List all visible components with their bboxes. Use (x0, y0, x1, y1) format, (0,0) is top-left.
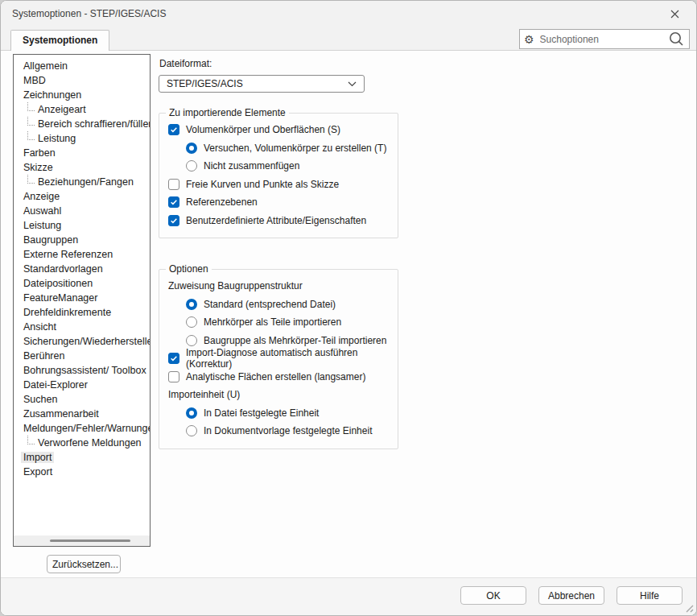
option-text: Zuweisung Baugruppenstruktur (168, 280, 303, 291)
chevron-down-icon (348, 81, 357, 87)
options-category-list[interactable]: AllgemeinMBDZeichnungenAnzeigeartBereich… (13, 54, 151, 547)
option-text: Nicht zusammenfügen (204, 160, 299, 172)
sidebar-item-anzeige[interactable]: Anzeige (14, 189, 150, 204)
ok-button[interactable]: OK (460, 586, 526, 605)
sidebar-item-verworfene-meldungen[interactable]: Verworfene Meldungen (14, 436, 150, 450)
group-title: Zu importierende Elemente (166, 107, 289, 118)
sidebar-item-bereich-schraffieren-füllen[interactable]: Bereich schraffieren/füllen (14, 117, 150, 131)
radio-in-dokumentvorlage-festgelegte-einheit[interactable]: In Dokumentvorlage festgelegte Einheit (164, 422, 398, 440)
checkbox-import-diagnose-automatisch-ausführen-korrektur[interactable]: Import-Diagnose automatisch ausführen (K… (164, 349, 398, 368)
sidebar-item-mbd[interactable]: MBD (14, 73, 150, 88)
sidebar-item-farben[interactable]: Farben (14, 146, 150, 160)
check-icon (170, 217, 178, 225)
search-box[interactable]: ⚙ (519, 29, 690, 49)
sidebar-item-bohrungsassistent-toolbox[interactable]: Bohrungsassistent/ Toolbox (14, 363, 150, 378)
reset-button[interactable]: Zurücksetzen... (47, 555, 121, 573)
sidebar-item-zusammenarbeit[interactable]: Zusammenarbeit (14, 407, 150, 421)
radio-in-datei-festgelegte-einheit[interactable]: In Datei festgelegte Einheit (164, 404, 398, 423)
cancel-button[interactable]: Abbrechen (538, 586, 604, 605)
sidebar-item-allgemein[interactable]: Allgemein (14, 59, 150, 73)
sidebar-item-anzeigeart[interactable]: Anzeigeart (14, 102, 150, 117)
radio-mehrkörper-als-teile-importieren[interactable]: Mehrkörper als Teile importieren (164, 313, 398, 332)
checkbox-freie-kurven-und-punkte-als-skizze[interactable]: Freie Kurven und Punkte als Skizze (164, 176, 398, 194)
sidebar-item-auswahl[interactable]: Auswahl (14, 204, 150, 218)
checkbox-box[interactable] (168, 371, 179, 382)
sidebar-item-zeichnungen[interactable]: Zeichnungen (14, 88, 150, 102)
sidebar-item-ansicht[interactable]: Ansicht (14, 320, 150, 334)
checkbox-volumenkörper-und-oberflächen-s[interactable]: Volumenkörper und Oberflächen (S) (164, 121, 398, 139)
radio-standard-entsprechend-datei[interactable]: Standard (entsprechend Datei) (164, 296, 398, 314)
checkbox-box[interactable] (168, 179, 179, 190)
sidebar-item-label: Verworfene Meldungen (38, 437, 142, 449)
tab-systemoptionen[interactable]: Systemoptionen (10, 30, 109, 51)
file-format-label: Dateiformat: (159, 58, 400, 69)
sidebar-item-leistung[interactable]: Leistung (14, 131, 150, 146)
sidebar-item-label: Import (21, 452, 54, 463)
sidebar-item-skizze[interactable]: Skizze (14, 160, 150, 175)
sidebar-item-label: Farben (23, 147, 56, 159)
sidebar-item-datei-explorer[interactable]: Datei-Explorer (14, 378, 150, 392)
horizontal-scrollbar[interactable] (14, 535, 150, 546)
sidebar-item-featuremanager[interactable]: FeatureManager (14, 291, 150, 305)
option-text: Importeinheit (U) (168, 389, 240, 400)
radio-circle[interactable] (186, 316, 197, 328)
sidebar-item-berühren[interactable]: Berühren (14, 349, 150, 363)
sidebar-item-import[interactable]: Import (14, 450, 150, 465)
sidebar-item-label: Suchen (23, 394, 57, 405)
gear-icon[interactable]: ⚙ (524, 34, 534, 45)
radio-circle[interactable] (186, 160, 197, 172)
radio-circle[interactable] (186, 407, 197, 419)
help-button[interactable]: Hilfe (617, 586, 683, 605)
sidebar-item-label: Standardvorlagen (23, 263, 103, 275)
option-text: Volumenkörper und Oberflächen (S) (186, 124, 340, 135)
checkbox-analytische-flächen-erstellen-langsamer[interactable]: Analytische Flächen erstellen (langsamer… (164, 368, 398, 387)
sidebar-item-baugruppen[interactable]: Baugruppen (14, 233, 150, 247)
file-format-select[interactable]: STEP/IGES/ACIS (159, 75, 365, 93)
option-text: Analytische Flächen erstellen (langsamer… (186, 371, 365, 382)
sidebar-item-label: Meldungen/Fehler/Warnungen (23, 423, 151, 434)
sidebar-item-externe-referenzen[interactable]: Externe Referenzen (14, 247, 150, 262)
sidebar-item-standardvorlagen[interactable]: Standardvorlagen (14, 262, 150, 276)
scrollbar-thumb[interactable] (50, 540, 130, 542)
sidebar-item-label: Leistung (23, 220, 61, 231)
sidebar-item-label: Leistung (38, 133, 76, 144)
radio-circle[interactable] (186, 335, 197, 346)
radio-circle[interactable] (186, 143, 197, 154)
option-text: In Datei festgelegte Einheit (204, 407, 319, 419)
sidebar-item-beziehungen-fangen[interactable]: Beziehungen/Fangen (14, 175, 150, 189)
checkbox-box[interactable] (168, 353, 179, 364)
close-button[interactable] (658, 2, 691, 25)
tree-connector (27, 436, 35, 444)
radio-circle[interactable] (186, 299, 197, 310)
option-text: Referenzebenen (186, 196, 258, 208)
sidebar-item-sicherungen-wiederherstellen[interactable]: Sicherungen/Wiederherstellen (14, 334, 150, 349)
sidebar-item-drehfeldinkremente[interactable]: Drehfeldinkremente (14, 305, 150, 320)
sidebar-item-label: Baugruppen (23, 234, 78, 246)
option-text: Baugruppe als Mehrkörper-Teil importiere… (204, 335, 386, 346)
radio-circle[interactable] (186, 425, 197, 436)
search-input[interactable] (538, 33, 664, 46)
sidebar-item-label: FeatureManager (23, 292, 97, 304)
sidebar-item-label: Allgemein (23, 60, 68, 72)
sidebar-item-leistung[interactable]: Leistung (14, 218, 150, 233)
checkbox-box[interactable] (168, 196, 179, 208)
sidebar-item-export[interactable]: Export (14, 465, 150, 479)
checkbox-referenzebenen[interactable]: Referenzebenen (164, 193, 398, 212)
group-zu-importierende-elemente: Zu importierende Elemente Volumenkörper … (159, 107, 398, 238)
resize-grip[interactable] (683, 602, 694, 613)
sidebar-item-meldungen-fehler-warnungen[interactable]: Meldungen/Fehler/Warnungen (14, 421, 150, 436)
check-icon (170, 126, 178, 134)
radio-versuchen-volumenkörper-zu-erstellen-t[interactable]: Versuchen, Volumenkörper zu erstellen (T… (164, 139, 398, 158)
search-icon[interactable] (668, 31, 685, 48)
sidebar-item-suchen[interactable]: Suchen (14, 392, 150, 407)
sidebar-item-label: Beziehungen/Fangen (38, 176, 134, 188)
sidebar-item-dateipositionen[interactable]: Dateipositionen (14, 276, 150, 291)
option-text: Standard (entsprechend Datei) (204, 299, 336, 310)
radio-nicht-zusammenfügen[interactable]: Nicht zusammenfügen (164, 157, 398, 176)
option-text: Freie Kurven und Punkte als Skizze (186, 179, 339, 190)
sidebar-item-label: Datei-Explorer (23, 379, 88, 391)
checkbox-box[interactable] (168, 215, 179, 226)
checkbox-benutzerdefinierte-attribute-eigenschaften[interactable]: Benutzerdefinierte Attribute/Eigenschaft… (164, 212, 398, 230)
checkbox-box[interactable] (168, 124, 179, 135)
tree-connector (27, 117, 35, 126)
